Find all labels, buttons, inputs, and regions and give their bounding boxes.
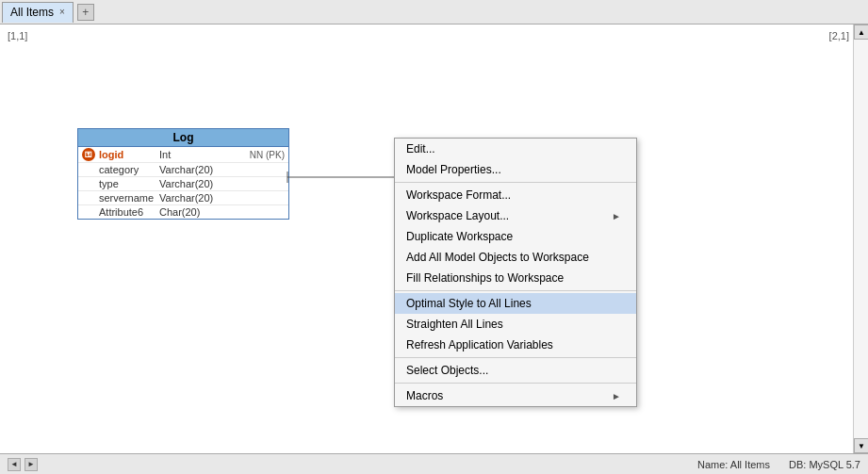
- menu-item-optimal-style[interactable]: Optimal Style to All Lines: [395, 293, 636, 314]
- all-items-tab[interactable]: All Items ×: [2, 2, 74, 23]
- connector-line: [287, 168, 401, 190]
- menu-item-label: Fill Relationships to Workspace: [406, 271, 564, 285]
- menu-item-model-properties[interactable]: Model Properties...: [395, 159, 636, 180]
- menu-item-label: Edit...: [406, 142, 435, 155]
- menu-item-refresh-app-vars[interactable]: Refresh Application Variables: [395, 335, 636, 355]
- menu-item-label: Workspace Layout...: [406, 209, 509, 222]
- row-name: Attribute6: [99, 206, 156, 218]
- table-row: ⚿ logid Int NN (PK): [78, 147, 288, 163]
- status-bar-right: Name: All Items DB: MySQL 5.7: [697, 459, 860, 470]
- menu-item-label: Optimal Style to All Lines: [406, 297, 532, 310]
- status-bar-left: ◄ ►: [8, 458, 38, 471]
- row-name: type: [99, 178, 156, 189]
- menu-item-label: Add All Model Objects to Workspace: [406, 251, 589, 264]
- menu-separator: [395, 383, 636, 384]
- status-db: DB: MySQL 5.7: [789, 459, 860, 470]
- menu-item-label: Select Objects...: [406, 364, 488, 377]
- menu-item-add-all-model-objects[interactable]: Add All Model Objects to Workspace: [395, 247, 636, 268]
- table-row: category Varchar(20): [78, 163, 288, 177]
- pk-icon: ⚿: [82, 148, 95, 161]
- menu-item-fill-relationships[interactable]: Fill Relationships to Workspace: [395, 268, 636, 288]
- menu-separator: [395, 290, 636, 291]
- tab-bar: All Items × +: [0, 0, 868, 25]
- menu-item-duplicate-workspace[interactable]: Duplicate Workspace: [395, 226, 636, 247]
- menu-item-label: Workspace Format...: [406, 188, 511, 202]
- menu-item-label: Duplicate Workspace: [406, 230, 513, 243]
- menu-item-label: Model Properties...: [406, 163, 501, 176]
- scroll-down-button[interactable]: ▼: [854, 438, 868, 453]
- scroll-left-button[interactable]: ◄: [8, 458, 21, 471]
- scroll-track-vertical[interactable]: [854, 40, 868, 438]
- row-type: Char(20): [159, 206, 285, 218]
- submenu-arrow-icon: ►: [612, 211, 621, 221]
- menu-item-straighten-lines[interactable]: Straighten All Lines: [395, 314, 636, 335]
- row-type: Varchar(20): [159, 178, 285, 189]
- menu-item-macros[interactable]: Macros ►: [395, 385, 636, 406]
- canvas-area: [1,1] [2,1] ▲ ▼ Log ⚿ logid Int NN (PK) …: [0, 25, 868, 453]
- submenu-arrow-icon: ►: [612, 391, 621, 401]
- row-flags: NN (PK): [250, 150, 285, 160]
- menu-item-edit[interactable]: Edit...: [395, 139, 636, 159]
- row-type: Varchar(20): [159, 164, 285, 175]
- table-header: Log: [78, 129, 288, 147]
- status-name: Name: All Items: [697, 459, 770, 470]
- row-type: Int: [159, 149, 246, 160]
- context-menu: Edit... Model Properties... Workspace Fo…: [394, 138, 637, 407]
- table-row: type Varchar(20): [78, 177, 288, 191]
- table-row: Attribute6 Char(20): [78, 205, 288, 219]
- menu-separator: [395, 182, 636, 183]
- scroll-right-button[interactable]: ►: [25, 458, 38, 471]
- scroll-up-button[interactable]: ▲: [854, 25, 868, 40]
- new-tab-button[interactable]: +: [77, 4, 94, 21]
- table-row: servername Varchar(20): [78, 191, 288, 205]
- row-name: logid: [99, 149, 156, 160]
- coord-top-left: [1,1]: [8, 30, 27, 41]
- row-type: Varchar(20): [159, 192, 285, 204]
- menu-item-label: Macros: [406, 389, 443, 402]
- db-table-log: Log ⚿ logid Int NN (PK) category Varchar…: [77, 128, 289, 220]
- row-name: category: [99, 164, 156, 175]
- tab-label: All Items: [10, 6, 54, 19]
- menu-item-label: Straighten All Lines: [406, 318, 503, 331]
- menu-separator: [395, 357, 636, 358]
- tab-close-button[interactable]: ×: [59, 8, 65, 17]
- coord-top-right: [2,1]: [829, 30, 849, 41]
- row-name: servername: [99, 192, 156, 204]
- menu-item-workspace-layout[interactable]: Workspace Layout... ►: [395, 205, 636, 226]
- status-bar: ◄ ► Name: All Items DB: MySQL 5.7: [0, 453, 868, 474]
- menu-item-label: Refresh Application Variables: [406, 338, 553, 351]
- scrollbar-vertical[interactable]: ▲ ▼: [853, 25, 868, 453]
- menu-item-select-objects[interactable]: Select Objects...: [395, 360, 636, 381]
- menu-item-workspace-format[interactable]: Workspace Format...: [395, 185, 636, 205]
